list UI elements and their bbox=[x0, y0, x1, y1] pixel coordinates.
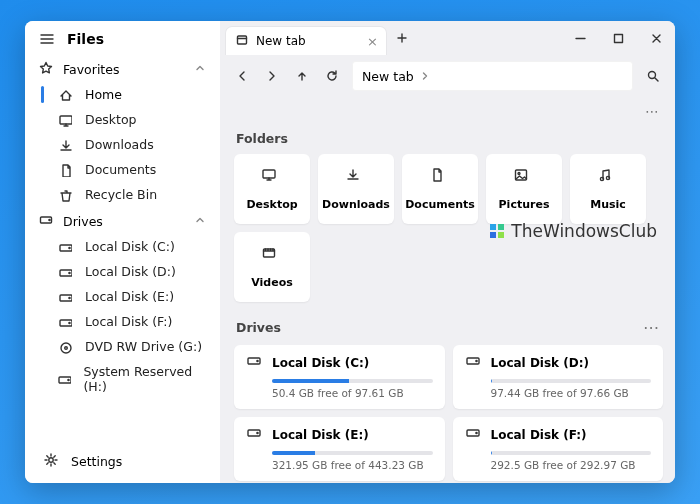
drive-icon bbox=[57, 290, 73, 304]
sidebar-item-home[interactable]: Home bbox=[25, 82, 220, 107]
drives-list: Local Disk (C:)Local Disk (D:)Local Disk… bbox=[25, 234, 220, 399]
app-title: Files bbox=[67, 31, 104, 47]
sidebar-item-desktop[interactable]: Desktop bbox=[25, 107, 220, 132]
drive-icon bbox=[246, 425, 262, 445]
sidebar-item-drive[interactable]: Local Disk (C:) bbox=[25, 234, 220, 259]
sidebar-section-drives[interactable]: Drives bbox=[25, 207, 220, 234]
drive-icon bbox=[39, 213, 53, 230]
svg-rect-19 bbox=[263, 170, 275, 178]
address-bar[interactable]: New tab bbox=[352, 61, 633, 91]
svg-point-28 bbox=[475, 360, 476, 361]
folder-card-documents[interactable]: Documents bbox=[402, 154, 478, 224]
drive-usage-bar bbox=[272, 379, 433, 383]
maximize-button[interactable] bbox=[599, 21, 637, 55]
folders-title: Folders bbox=[234, 127, 663, 154]
sidebar: Files Favorites HomeDesktopDownloadsDocu… bbox=[25, 21, 220, 483]
sidebar-section-favorites[interactable]: Favorites bbox=[25, 55, 220, 82]
nav-up-button[interactable] bbox=[288, 62, 316, 90]
download-icon bbox=[345, 167, 367, 192]
drive-icon bbox=[57, 265, 73, 279]
folder-card-music[interactable]: Music bbox=[570, 154, 646, 224]
main-pane: New tab × New tab bbox=[220, 21, 675, 483]
svg-rect-0 bbox=[60, 116, 72, 124]
sidebar-item-recycle-bin[interactable]: Recycle Bin bbox=[25, 182, 220, 207]
svg-point-23 bbox=[606, 176, 609, 179]
close-tab-icon[interactable]: × bbox=[367, 34, 378, 49]
document-icon bbox=[57, 163, 73, 177]
toolbar: New tab bbox=[220, 55, 675, 97]
sidebar-item-drive[interactable]: System Reserved (H:) bbox=[25, 359, 220, 399]
svg-point-22 bbox=[600, 177, 603, 180]
sidebar-item-downloads[interactable]: Downloads bbox=[25, 132, 220, 157]
svg-point-2 bbox=[49, 219, 50, 220]
nav-forward-button[interactable] bbox=[258, 62, 286, 90]
svg-point-8 bbox=[69, 297, 70, 298]
close-window-button[interactable] bbox=[637, 21, 675, 55]
search-button[interactable] bbox=[639, 62, 667, 90]
sidebar-item-drive[interactable]: Local Disk (D:) bbox=[25, 259, 220, 284]
drives-grid: Local Disk (C:) 50.4 GB free of 97.61 GB… bbox=[234, 345, 663, 481]
svg-point-4 bbox=[69, 247, 70, 248]
svg-point-30 bbox=[257, 432, 258, 433]
sidebar-item-documents[interactable]: Documents bbox=[25, 157, 220, 182]
refresh-button[interactable] bbox=[318, 62, 346, 90]
document-icon bbox=[429, 167, 451, 192]
drive-card[interactable]: Local Disk (F:) 292.5 GB free of 292.97 … bbox=[453, 417, 664, 481]
titlebar: New tab × bbox=[220, 21, 675, 55]
hamburger-icon[interactable] bbox=[39, 31, 55, 47]
drive-icon bbox=[57, 315, 73, 329]
drive-usage-bar bbox=[491, 451, 652, 455]
folders-grid: DesktopDownloadsDocumentsPicturesMusicVi… bbox=[234, 154, 663, 302]
svg-point-11 bbox=[61, 343, 71, 353]
drives-more-button[interactable]: ⋯ bbox=[643, 318, 659, 337]
folder-card-videos[interactable]: Videos bbox=[234, 232, 310, 302]
trash-icon bbox=[57, 188, 73, 202]
music-icon bbox=[597, 167, 619, 192]
svg-point-18 bbox=[649, 72, 656, 79]
new-tab-button[interactable] bbox=[390, 26, 414, 50]
picture-icon bbox=[513, 167, 535, 192]
chevron-up-icon bbox=[194, 214, 206, 229]
minimize-button[interactable] bbox=[561, 21, 599, 55]
drive-icon bbox=[246, 353, 262, 373]
svg-point-32 bbox=[475, 432, 476, 433]
gear-icon bbox=[43, 452, 59, 471]
chevron-up-icon bbox=[194, 62, 206, 77]
star-icon bbox=[39, 61, 53, 78]
drives-title: Drives bbox=[236, 320, 643, 335]
drive-card[interactable]: Local Disk (C:) 50.4 GB free of 97.61 GB bbox=[234, 345, 445, 409]
settings-button[interactable]: Settings bbox=[25, 441, 220, 483]
download-icon bbox=[57, 138, 73, 152]
tab-new-tab[interactable]: New tab × bbox=[226, 27, 386, 55]
drive-card[interactable]: Local Disk (D:) 97.44 GB free of 97.66 G… bbox=[453, 345, 664, 409]
desktop-icon bbox=[261, 167, 283, 192]
drive-usage-bar bbox=[491, 379, 652, 383]
drive-card[interactable]: Local Disk (E:) 321.95 GB free of 443.23… bbox=[234, 417, 445, 481]
drive-icon bbox=[57, 372, 71, 386]
svg-point-14 bbox=[68, 379, 69, 380]
disc-icon bbox=[57, 340, 73, 354]
folder-card-pictures[interactable]: Pictures bbox=[486, 154, 562, 224]
folder-card-downloads[interactable]: Downloads bbox=[318, 154, 394, 224]
desktop-icon bbox=[57, 113, 73, 127]
nav-back-button[interactable] bbox=[228, 62, 256, 90]
sidebar-item-drive[interactable]: DVD RW Drive (G:) bbox=[25, 334, 220, 359]
content-area: Folders DesktopDownloadsDocumentsPicture… bbox=[220, 127, 675, 483]
favorites-list: HomeDesktopDownloadsDocumentsRecycle Bin bbox=[25, 82, 220, 207]
folder-card-desktop[interactable]: Desktop bbox=[234, 154, 310, 224]
tab-icon bbox=[236, 34, 248, 48]
sidebar-item-drive[interactable]: Local Disk (F:) bbox=[25, 309, 220, 334]
more-button[interactable]: ⋯ bbox=[641, 97, 663, 125]
svg-point-26 bbox=[257, 360, 258, 361]
svg-rect-16 bbox=[238, 36, 247, 44]
home-icon bbox=[57, 88, 73, 102]
chevron-right-icon bbox=[420, 69, 430, 84]
svg-point-10 bbox=[69, 322, 70, 323]
app-window: Files Favorites HomeDesktopDownloadsDocu… bbox=[25, 21, 675, 483]
svg-point-21 bbox=[518, 173, 520, 175]
sidebar-item-drive[interactable]: Local Disk (E:) bbox=[25, 284, 220, 309]
drive-usage-bar bbox=[272, 451, 433, 455]
drive-icon bbox=[57, 240, 73, 254]
svg-point-12 bbox=[65, 346, 68, 349]
drive-icon bbox=[465, 425, 481, 445]
